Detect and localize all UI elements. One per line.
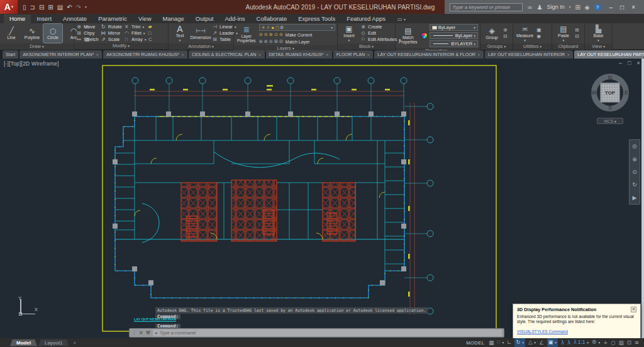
vertical-scrollbar[interactable]	[641, 59, 644, 338]
viewcube-north[interactable]: N	[608, 74, 613, 81]
viewport-minimize-icon[interactable]: –	[619, 60, 622, 66]
layout1-tab[interactable]: Layout1	[38, 339, 69, 346]
viewcube[interactable]: N E S W TOP WCS ▾	[586, 69, 634, 124]
close-button[interactable]: ×	[631, 4, 635, 11]
annotation-autoscale-icon[interactable]: λ	[567, 339, 570, 347]
ribbon-tab-annotate[interactable]: Annotate	[57, 14, 92, 23]
ribbon-tab-featured-apps[interactable]: Featured Apps	[341, 14, 391, 23]
file-tab-floor-plan[interactable]: FLOOR PLAN×	[333, 50, 374, 59]
panel-title-groups[interactable]: Groups ▾	[480, 43, 513, 50]
dimension-button[interactable]: ⊢⊣Dimension	[191, 24, 210, 43]
grid-toggle-icon[interactable]: ▦	[489, 339, 494, 347]
model-space-badge[interactable]: MODEL	[466, 340, 484, 346]
file-tab-aksonometri-ruang[interactable]: AKSONOMETRI RUANG KHUSUS*×	[103, 50, 187, 59]
cut-icon[interactable]: ⊟	[575, 34, 579, 39]
panel-title-block[interactable]: Block ▾	[338, 43, 395, 50]
isolate-objects-icon[interactable]: ○	[611, 339, 615, 347]
app-store-icon[interactable]: ⊞	[575, 4, 580, 11]
stretch-button[interactable]: ↔Stretch	[76, 37, 99, 42]
workspace-gear-icon[interactable]: ⚙ ▾	[592, 338, 600, 347]
viewcube-west[interactable]: W	[591, 89, 597, 96]
viewport-controls-label[interactable]: [-][Top][2D Wireframe]	[4, 60, 59, 67]
clean-screen-icon[interactable]: ⊡	[627, 339, 631, 347]
model-tab[interactable]: Model	[10, 339, 37, 346]
text-button[interactable]: AText▾	[170, 24, 189, 43]
visualstyles-command-link[interactable]: VISUALSTYLES Command	[517, 329, 568, 334]
panel-title-modify[interactable]: Modify ▾	[74, 43, 168, 49]
annotation-visibility-icon[interactable]: λ	[561, 339, 564, 347]
redo-icon[interactable]: ↷	[76, 4, 81, 11]
sign-in-caret-icon[interactable]: ▾	[569, 5, 571, 9]
erase-icon[interactable]: ▰	[148, 25, 153, 30]
layer-dropdown[interactable]: ☀ ☼ ▪ ▢0▾	[259, 24, 335, 31]
sign-in-button[interactable]: Sign In	[547, 4, 565, 10]
explode-icon[interactable]: □	[148, 31, 153, 36]
save-icon[interactable]: ⊟	[39, 4, 44, 11]
new-layout-button[interactable]: +	[70, 340, 80, 346]
qat-customize-caret-icon[interactable]: ▾	[85, 5, 87, 9]
pan-icon[interactable]: ⊕	[632, 156, 637, 162]
panel-title-draw[interactable]: Draw ▾	[0, 43, 74, 50]
showmotion-icon[interactable]: ▶	[633, 195, 637, 201]
annotation-scale-icon[interactable]: λ 1:1 ▾	[574, 338, 589, 347]
make-current-row[interactable]: ⊘ ⊖ ⊕ ⊙ ⊜Make Current	[259, 32, 335, 38]
customize-wrench-icon[interactable]: ⚒	[146, 330, 150, 336]
ribbon-tab-home[interactable]: Home	[4, 14, 31, 23]
viewcube-east[interactable]: E	[625, 89, 628, 96]
zoom-icon[interactable]: ⊙	[632, 169, 637, 175]
minimize-button[interactable]: –	[609, 4, 613, 11]
base-button[interactable]: ▙Base▾	[589, 24, 608, 43]
color-wheel-icon[interactable]	[421, 32, 428, 39]
viewcube-wcs-menu[interactable]: WCS ▾	[597, 118, 623, 124]
isodraft-icon[interactable]: △ ▾	[528, 338, 536, 347]
panel-title-annotation[interactable]: Annotation ▾	[169, 43, 233, 50]
help-icon[interactable]: ?	[594, 4, 601, 11]
command-bar[interactable]: ⋮ × ⚒ ▸ Type a command	[129, 328, 504, 338]
match-properties-button[interactable]: ▤MatchProperties	[397, 26, 419, 45]
saveas-icon[interactable]: ⊞	[48, 4, 53, 11]
trim-button[interactable]: ×Trim▾	[124, 25, 147, 30]
polar-tracking-icon[interactable]: ↻ ▾	[514, 338, 525, 347]
navigation-wheel-icon[interactable]: ◎	[632, 143, 637, 149]
viewcube-compass-ring[interactable]: N E S W TOP	[591, 74, 629, 111]
floor-plan-drawing[interactable]	[0, 59, 644, 338]
insert-button[interactable]: ▣Insert▾	[340, 24, 358, 43]
snap-toggle-icon[interactable]: ∷ ▾	[497, 338, 504, 347]
osnap-tracking-icon[interactable]: ∠	[539, 339, 544, 347]
panel-title-utilities[interactable]: Utilities ▾	[513, 43, 552, 50]
drag-grip-icon[interactable]: ⋮	[131, 330, 136, 336]
viewcube-south[interactable]: S	[608, 105, 612, 111]
search-input[interactable]	[450, 3, 523, 11]
scale-button[interactable]: ⇗Scale	[101, 37, 122, 42]
command-input[interactable]: ▸ Type a command	[153, 329, 502, 336]
ribbon-tab-express-tools[interactable]: Express Tools	[292, 14, 341, 23]
file-tab-start[interactable]: Start	[3, 50, 18, 59]
file-tab-layout-interior[interactable]: LAY OUT KESELURUHAN INTERIOR×	[485, 50, 573, 59]
ungroup-icon[interactable]: ⊕	[503, 28, 508, 33]
ribbon-tab-insert[interactable]: Insert	[31, 14, 57, 23]
object-color-dropdown[interactable]: ByLayer▾	[430, 24, 478, 31]
panel-title-clipboard[interactable]: Clipboard	[552, 43, 584, 50]
viewport-close-icon[interactable]: ×	[636, 60, 640, 66]
ribbon-display-toggle[interactable]: ▭ ▾	[397, 16, 406, 23]
file-tab-layout-interior-floor[interactable]: LAY OUT KESELURUHAN INTERIOR & FLOOR×	[374, 50, 484, 59]
viewcube-top-face[interactable]: TOP	[601, 83, 620, 103]
undo-icon[interactable]: ↶	[67, 4, 72, 11]
edit-attributes-button[interactable]: ⚐Edit Attributes▾	[360, 37, 401, 42]
id-point-icon[interactable]: ◉	[536, 34, 541, 39]
ribbon-tab-addins[interactable]: Add-ins	[219, 14, 250, 23]
open-icon[interactable]: ⊐	[30, 4, 35, 11]
ribbon-tab-output[interactable]: Output	[190, 14, 219, 23]
ortho-toggle-icon[interactable]: ∟	[507, 339, 511, 347]
edit-block-button[interactable]: ◇Edit	[360, 31, 401, 36]
ribbon-tab-parametric[interactable]: Parametric	[92, 14, 133, 23]
search-icon[interactable]: ∞	[527, 4, 532, 11]
linetype-dropdown[interactable]: ByLayer▾	[430, 32, 478, 39]
new-icon[interactable]: ▯	[23, 4, 26, 11]
offset-icon[interactable]: ⊂	[148, 37, 153, 42]
rotate-button[interactable]: ↻Rotate	[101, 25, 122, 30]
file-tab-detail-ruang[interactable]: DETAIL RUANG KHUSUS*×	[266, 50, 332, 59]
fillet-button[interactable]: ◠Fillet▾	[124, 31, 147, 36]
layer-properties-button[interactable]: ≣LayerProperties	[236, 25, 257, 44]
command-close-icon[interactable]: ×	[139, 330, 143, 336]
